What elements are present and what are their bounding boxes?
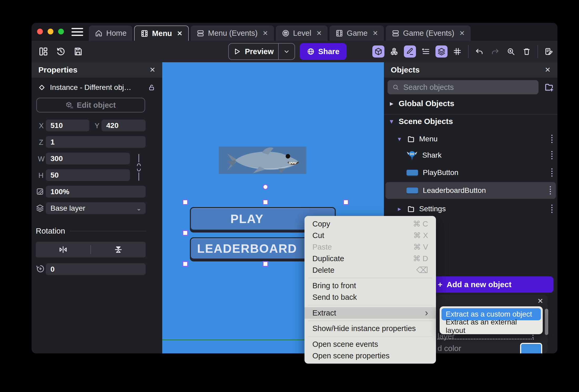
close-icon[interactable]: ✕: [537, 297, 543, 305]
objects-title: Objects: [391, 65, 420, 74]
menu-item-open-scene-properties[interactable]: Open scene properties: [304, 350, 436, 362]
preview-dropdown-button[interactable]: [279, 48, 294, 55]
scene-objects-label: Scene Objects: [399, 117, 453, 126]
search-objects-field[interactable]: [388, 80, 539, 94]
tab-level[interactable]: Level ✕: [276, 25, 328, 41]
tree-item-label: PlayButton: [423, 168, 458, 177]
save-icon[interactable]: [73, 47, 83, 56]
object-mode-button[interactable]: [372, 45, 384, 58]
menu-item-send-to-back[interactable]: Send to back: [304, 292, 436, 303]
kebab-menu-icon[interactable]: [551, 134, 553, 144]
scrollbar-thumb[interactable]: [545, 309, 548, 335]
w-input[interactable]: 300: [46, 153, 130, 164]
redo-button[interactable]: [489, 45, 501, 58]
opacity-icon: [36, 187, 44, 196]
zoom-in-button[interactable]: [505, 45, 517, 58]
undo-button[interactable]: [473, 45, 485, 58]
selection-handle-top-left[interactable]: [182, 199, 188, 205]
flip-toolbar: [36, 242, 146, 257]
version-history-icon[interactable]: [56, 47, 66, 56]
add-folder-icon[interactable]: [544, 82, 554, 92]
menu-item-cut[interactable]: Cut ⌘ X: [304, 230, 436, 241]
tree-folder-settings[interactable]: ▸ Settings: [384, 202, 557, 216]
tree-item-label: Settings: [419, 205, 446, 213]
selection-handle-bottom-left[interactable]: [182, 261, 188, 267]
cube-icon: [374, 47, 383, 56]
menu-item-copy[interactable]: Copy ⌘ C: [304, 218, 436, 230]
app-window: Home Menu ✕ Menu (Events) ✕ Level ✕: [32, 23, 557, 353]
tab-game-events[interactable]: Game (Events) ✕: [386, 25, 471, 41]
tab-menu[interactable]: Menu ✕: [134, 25, 189, 41]
kebab-menu-icon[interactable]: [551, 168, 553, 177]
scene-objects-section[interactable]: ▾ Scene Objects: [384, 117, 557, 126]
hamburger-menu-icon[interactable]: [72, 28, 83, 37]
traffic-zoom-button[interactable]: [58, 29, 64, 34]
add-new-object-button[interactable]: + Add a new object: [433, 276, 553, 293]
plus-icon: +: [438, 280, 443, 289]
selection-handle-bottom-center[interactable]: [263, 261, 268, 267]
chevron-down-icon: [283, 48, 290, 55]
edit-scene-properties-button[interactable]: [543, 45, 555, 58]
instance-header-row: Instance - Different obj…: [32, 81, 162, 94]
opacity-input[interactable]: 100%: [46, 186, 146, 198]
menu-item-extract[interactable]: Extract ›: [304, 307, 436, 319]
traffic-close-button[interactable]: [37, 29, 43, 34]
menu-item-show-hide-instance-properties[interactable]: Show/Hide instance properties: [304, 323, 436, 334]
edit-mode-button[interactable]: [404, 45, 416, 58]
rotate-handle[interactable]: [263, 184, 268, 190]
color-swatch[interactable]: [520, 343, 542, 353]
tab-close-icon[interactable]: ✕: [316, 29, 322, 37]
tree-item-leaderboardbutton[interactable]: LeaderboardButton: [385, 182, 556, 199]
tab-close-icon[interactable]: ✕: [177, 30, 182, 37]
tab-close-icon[interactable]: ✕: [263, 29, 268, 37]
layers-button[interactable]: [435, 45, 448, 58]
selection-handle-top-right[interactable]: [343, 199, 349, 205]
z-input[interactable]: 1: [46, 136, 146, 148]
instances-button[interactable]: [388, 45, 400, 58]
rotation-input[interactable]: 0: [46, 263, 146, 275]
kebab-menu-icon[interactable]: [551, 204, 553, 214]
submenu-item-extract-external-layout[interactable]: Extract as an external layout: [441, 320, 541, 332]
h-input[interactable]: 50: [46, 169, 130, 181]
close-icon[interactable]: ✕: [149, 66, 155, 74]
tab-game[interactable]: Game ✕: [329, 25, 384, 41]
toolbar: Preview Share: [32, 41, 557, 62]
scene-icon: [140, 29, 149, 38]
caret-right-icon: ▸: [388, 100, 395, 107]
menu-item-open-scene-events[interactable]: Open scene events: [304, 338, 436, 350]
panels-layout-icon[interactable]: [38, 47, 48, 56]
tab-close-icon[interactable]: ✕: [373, 29, 378, 37]
tree-folder-menu[interactable]: ▾ Menu: [384, 132, 557, 146]
edit-object-button[interactable]: 2D Edit object: [36, 98, 145, 112]
search-objects-input[interactable]: [403, 83, 534, 92]
shark-sprite-bounds[interactable]: [219, 147, 306, 174]
tab-menu-events[interactable]: Menu (Events) ✕: [191, 25, 274, 41]
tab-close-icon[interactable]: ✕: [459, 29, 465, 37]
layer-select[interactable]: Base layer ⌄: [46, 202, 146, 214]
flip-vertical-button[interactable]: [91, 245, 146, 254]
tree-item-shark[interactable]: Shark: [384, 147, 557, 163]
menu-item-duplicate[interactable]: Duplicate ⌘ D: [304, 253, 436, 264]
menu-item-delete[interactable]: Delete ⌫: [304, 264, 436, 276]
share-button[interactable]: Share: [300, 43, 347, 60]
traffic-minimize-button[interactable]: [48, 29, 53, 34]
tab-home[interactable]: Home: [89, 25, 132, 41]
preview-button[interactable]: Preview: [228, 43, 295, 60]
link-dimensions-icon[interactable]: [136, 154, 142, 181]
tree-item-playbutton[interactable]: PlayButton: [384, 165, 557, 180]
kebab-menu-icon[interactable]: [549, 186, 552, 195]
unlock-icon[interactable]: [148, 84, 155, 91]
delete-button[interactable]: [521, 45, 533, 58]
selection-handle-top-center[interactable]: [263, 199, 268, 205]
flip-horizontal-button[interactable]: [36, 245, 90, 254]
instance-properties-button[interactable]: [420, 45, 432, 58]
menu-item-bring-to-front[interactable]: Bring to front: [304, 280, 436, 292]
cube-2d-icon: 2D: [66, 101, 73, 109]
x-input[interactable]: 510: [46, 120, 89, 131]
kebab-menu-icon[interactable]: [551, 151, 553, 160]
close-icon[interactable]: ✕: [545, 66, 551, 74]
global-objects-section[interactable]: ▸ Global Objects: [384, 99, 557, 108]
selection-handle-mid-left[interactable]: [182, 230, 188, 236]
y-input[interactable]: 420: [101, 120, 146, 131]
grid-button[interactable]: [451, 45, 463, 58]
